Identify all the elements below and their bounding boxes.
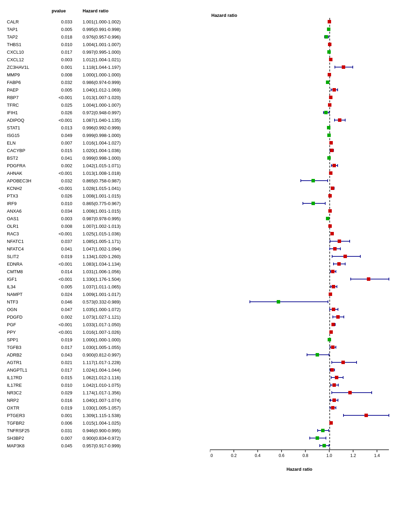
point-estimate <box>328 194 332 198</box>
list-item: CXCL10 <box>7 48 52 56</box>
list-item: ADRB2 <box>7 351 52 359</box>
point-estimate <box>338 240 341 243</box>
list-item: IFIH1 <box>7 109 52 116</box>
table-row <box>210 343 389 351</box>
list-item: <0.001 <box>52 169 72 177</box>
list-item: 0.986(0.974-0.999) <box>83 78 158 86</box>
point-estimate <box>328 20 331 23</box>
whisker-right <box>343 316 344 318</box>
point-estimate <box>329 171 332 175</box>
list-item: ANXA6 <box>7 207 52 215</box>
list-item: 0.999(0.998-1.000) <box>83 154 158 162</box>
pvalue-header-label: pvalue <box>52 8 66 13</box>
list-item: 1.001(1.000-1.002) <box>83 18 158 25</box>
list-item: PTX3 <box>7 192 52 200</box>
table-row <box>210 321 389 328</box>
whisker-left <box>334 119 335 121</box>
point-estimate <box>328 209 332 213</box>
list-item: IL17RE <box>7 381 52 389</box>
list-item: ADIPOQ <box>7 116 52 124</box>
list-item: APOBEC3H <box>7 177 52 184</box>
point-estimate <box>332 308 335 311</box>
whisker-left <box>323 111 324 114</box>
list-item: 1.087(1.040-1.135) <box>83 116 158 124</box>
list-item: 1.042(1.015-1.071) <box>83 162 158 169</box>
point-estimate <box>333 247 337 251</box>
whisker-right <box>327 179 328 182</box>
point-estimate <box>326 81 329 84</box>
table-row <box>210 207 389 215</box>
table-row <box>210 313 389 321</box>
list-item: 1.007(1.002-1.013) <box>83 222 158 230</box>
whisker-right <box>329 353 329 356</box>
table-row <box>210 56 389 63</box>
list-item: 1.024(1.004-1.044) <box>83 366 158 374</box>
xaxis-container: 0.00.20.40.60.81.01.21.4 <box>7 449 406 465</box>
point-estimate <box>327 126 330 129</box>
whisker-left <box>330 285 331 288</box>
point-estimate <box>332 285 335 288</box>
list-item: SH3BP2 <box>7 434 52 442</box>
list-item: 1.033(1.017-1.050) <box>83 321 158 328</box>
xaxis-div: 0.00.20.40.60.81.01.21.4 <box>210 449 389 465</box>
point-estimate <box>329 330 333 334</box>
whisker-right <box>356 361 357 364</box>
list-item: PDGFD <box>7 313 52 321</box>
list-item: OLR1 <box>7 222 52 230</box>
list-item: 0.025 <box>52 101 72 109</box>
table-row <box>210 381 389 389</box>
list-item: 1.028(1.015-1.041) <box>83 184 158 192</box>
list-item: 1.025(1.015-1.036) <box>83 230 158 237</box>
list-item: 0.029 <box>52 389 72 396</box>
whisker-right <box>337 88 338 91</box>
list-item: RAC3 <box>7 230 52 237</box>
pvalue-data-col: 0.0330.0050.0180.0100.0170.0030.0010.008… <box>52 18 79 449</box>
list-item: 0.016 <box>52 396 72 404</box>
list-item: 0.001 <box>52 412 72 419</box>
list-item: CACYBP <box>7 147 52 154</box>
list-item: <0.001 <box>52 260 72 268</box>
point-estimate <box>331 270 335 273</box>
list-item: 0.997(0.995-1.000) <box>83 48 158 56</box>
list-item: 0.019 <box>52 336 72 343</box>
list-item: KCNH2 <box>7 184 52 192</box>
svg-text:0.4: 0.4 <box>255 453 261 458</box>
table-row <box>210 427 389 434</box>
list-item: 0.041 <box>52 154 72 162</box>
whisker-right <box>340 247 341 250</box>
table-row <box>210 366 389 374</box>
list-item: PGF <box>7 321 52 328</box>
list-item: 0.007 <box>52 434 72 442</box>
table-row <box>210 230 389 237</box>
table-row <box>210 419 389 427</box>
table-row <box>210 298 389 306</box>
gene-data-col: CALRTAP1TAP2THBS1CXCL10CXCL12ZC3HAV1LMMP… <box>7 18 52 449</box>
list-item: 0.005 <box>52 86 72 94</box>
point-estimate <box>330 149 333 152</box>
list-item: 1.004(1.001-1.007) <box>83 41 158 48</box>
table-row <box>210 374 389 381</box>
list-item: 1.020(1.004-1.036) <box>83 147 158 154</box>
point-estimate <box>328 224 332 228</box>
list-item: NAMPT <box>7 290 52 298</box>
table-row <box>210 434 389 442</box>
svg-text:0.6: 0.6 <box>279 453 285 458</box>
table-row <box>210 275 389 283</box>
point-estimate <box>316 353 319 357</box>
list-item: ZC3HAV1L <box>7 63 52 71</box>
list-item: 0.972(0.948-0.997) <box>83 109 158 116</box>
list-item: 0.976(0.957-0.996) <box>83 33 158 41</box>
point-estimate <box>332 383 336 387</box>
list-item: 0.006 <box>52 419 72 427</box>
list-item: IL17RD <box>7 374 52 381</box>
list-item: 0.010 <box>52 200 72 207</box>
table-row <box>210 192 389 200</box>
list-item: <0.001 <box>52 94 72 101</box>
whisker-right <box>338 399 338 402</box>
whisker-left <box>319 444 320 447</box>
list-item: CALR <box>7 18 52 25</box>
xaxis-label-row: Hazard ratio <box>7 465 406 472</box>
whisker-left <box>317 429 318 432</box>
list-item: 1.012(1.004-1.021) <box>83 56 158 63</box>
table-row <box>210 260 389 268</box>
